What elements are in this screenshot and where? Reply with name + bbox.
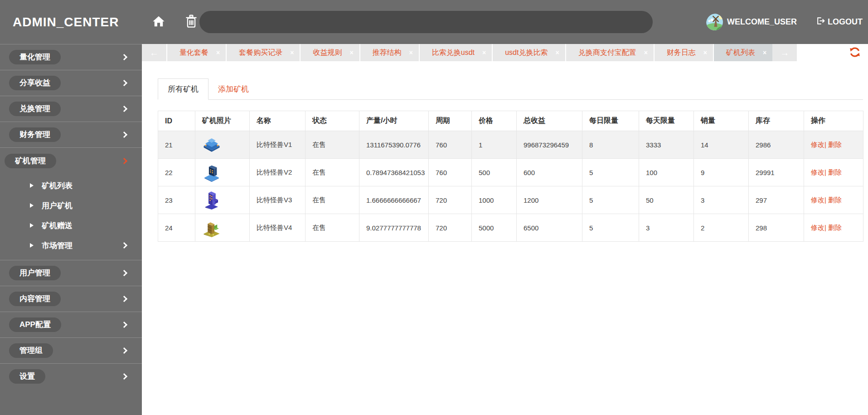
sidebar-subitem-market-manage[interactable]: 市场管理 [0,235,142,255]
tabs-scroll-right-button[interactable]: → [772,44,797,61]
tab-miner-list-active[interactable]: 矿机列表 × [713,44,772,61]
tab-add-miner[interactable]: 添加矿机 [209,78,258,99]
tab-quant-package[interactable]: 量化套餐 × [166,44,226,61]
delete-link[interactable]: 删除 [828,168,842,176]
tab-peso-to-usdt[interactable]: 比索兑换usdt × [419,44,492,61]
action-separator: | [824,196,826,204]
tab-exchanger-alipay-config[interactable]: 兑换商支付宝配置 × [565,44,654,61]
logout-button[interactable]: LOGOUT [816,16,863,28]
cell-stock: 29991 [749,159,804,186]
col-photo: 矿机照片 [195,111,250,131]
cell-cycle: 760 [429,159,472,186]
cell-name: 比特怪兽V4 [250,214,305,242]
triangle-bullet-icon [30,203,34,208]
chevron-right-icon [121,296,127,302]
close-icon[interactable]: × [216,49,220,56]
sidebar-subitem-miner-gift[interactable]: 矿机赠送 [0,215,142,235]
sidebar-item-exchange-manage[interactable]: 兑换管理 [0,96,142,122]
sidebar-subitem-label: 市场管理 [42,240,73,251]
edit-link[interactable]: 修改 [811,196,824,204]
cell-price: 1 [472,131,517,159]
sidebar-item-label: 管理组 [9,343,53,358]
sidebar-subitem-label: 用户矿机 [42,200,73,211]
sidebar-item-user-manage[interactable]: 用户管理 [0,260,142,286]
tab-all-miners[interactable]: 所有矿机 [158,78,209,100]
sidebar-item-label: 矿机管理 [5,154,56,168]
close-icon[interactable]: × [644,49,648,56]
delete-link[interactable]: 删除 [828,196,842,204]
cell-daily-limit: 5 [582,214,639,242]
cell-name: 比特怪兽V2 [250,159,305,186]
tab-package-purchase-record[interactable]: 套餐购买记录 × [226,44,300,61]
edit-link[interactable]: 修改 [811,168,824,176]
tab-usdt-to-peso[interactable]: usdt兑换比索 × [492,44,565,61]
close-icon[interactable]: × [555,49,559,56]
sidebar-subitem-user-miners[interactable]: 用户矿机 [0,195,142,215]
sidebar-item-finance-manage[interactable]: 财务管理 [0,122,142,147]
col-day-limit: 每天限量 [639,111,694,131]
sidebar-item-settings[interactable]: 设置 [0,363,142,389]
sidebar-group-miner-manage: 矿机管理 矿机列表 用户矿机 矿机赠送 市场管理 [0,147,142,260]
cell-price: 1000 [472,186,517,214]
cell-sales: 9 [694,159,749,186]
close-icon[interactable]: × [409,49,413,56]
cell-daily-limit: 8 [582,131,639,159]
cell-status: 在售 [305,214,359,242]
delete-link[interactable]: 删除 [828,141,842,148]
tab-referral-structure[interactable]: 推荐结构 × [359,44,419,61]
cell-day-limit: 100 [639,159,694,186]
cell-sales: 14 [694,131,749,159]
tab-income-rules[interactable]: 收益规则 × [300,44,359,61]
col-sales: 销量 [694,111,749,131]
action-separator: | [824,168,826,176]
sidebar-item-share-income[interactable]: 分享收益 [0,70,142,96]
close-icon[interactable]: × [349,49,353,56]
arrow-left-icon: ← [150,48,159,58]
chevron-right-icon-active [121,157,127,164]
close-icon[interactable]: × [763,49,766,56]
blue-flat-miner-image [202,135,249,154]
tab-label: 财务日志 [667,48,696,58]
cell-total-income: 600 [517,159,582,186]
close-icon[interactable]: × [482,49,486,56]
cell-id: 23 [158,186,195,214]
cell-output: 9.0277777777778 [359,214,429,242]
sidebar-item-label: 财务管理 [9,127,61,142]
search-input[interactable] [199,11,653,33]
yellow-crate-miner-image [202,218,249,237]
tab-finance-log[interactable]: 财务日志 × [654,44,713,61]
sidebar-item-label: 内容管理 [9,292,61,306]
delete-link[interactable]: 删除 [828,224,842,231]
sidebar-item-content-manage[interactable]: 内容管理 [0,286,142,312]
sidebar-item-admin-group[interactable]: 管理组 [0,337,142,363]
home-button[interactable] [151,14,166,30]
tab-label: 推荐结构 [373,48,402,58]
tabs-scroll-left-button[interactable]: ← [142,44,166,61]
sidebar-item-quant-manage[interactable]: 量化管理 [0,44,142,70]
cell-name: 比特怪兽V1 [250,131,305,159]
refresh-button[interactable] [849,46,861,59]
cell-stock: 298 [749,214,804,242]
chevron-right-icon [121,242,127,249]
close-icon[interactable]: × [703,49,707,56]
sidebar-item-app-config[interactable]: APP配置 [0,312,142,337]
close-icon[interactable]: × [290,49,294,56]
content-area: ← 量化套餐 × 套餐购买记录 × 收益规则 × 推荐结构 × 比索兑换usdt… [142,44,868,415]
edit-link[interactable]: 修改 [811,141,824,148]
miner-list-page: 所有矿机 添加矿机 ID 矿机照片 名称 状态 产量/小时 周期 [142,61,868,242]
table-row: 24 [158,214,863,242]
cell-cycle: 720 [429,186,472,214]
sidebar-item-miner-manage[interactable]: 矿机管理 [0,148,142,174]
sidebar-item-label: APP配置 [9,317,61,332]
chevron-right-icon [121,322,127,328]
sidebar-subitem-label: 矿机列表 [42,181,73,191]
inner-tab-label: 所有矿机 [168,84,199,94]
edit-link[interactable]: 修改 [811,224,824,231]
trash-button[interactable] [185,15,198,29]
sidebar-submenu: 矿机列表 用户矿机 矿机赠送 市场管理 [0,174,142,260]
user-area: WELCOME_USER LOGOUT [706,0,863,44]
sidebar-subitem-miner-list[interactable]: 矿机列表 [0,176,142,195]
cell-day-limit: 50 [639,186,694,214]
col-price: 价格 [472,111,517,131]
tabs-strip-rest [797,44,868,61]
